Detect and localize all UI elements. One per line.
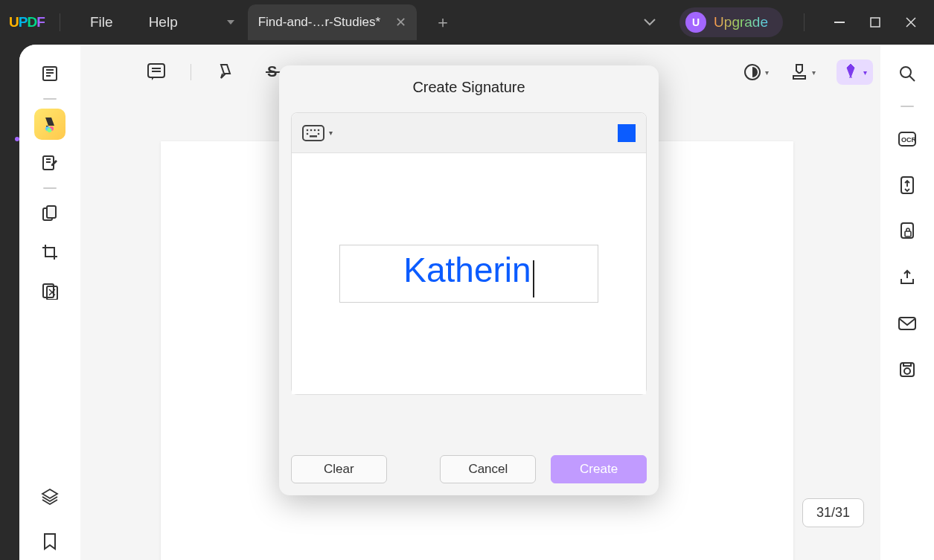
- chevron-down-icon: ▾: [329, 129, 333, 137]
- svg-point-5: [48, 128, 52, 132]
- text-cursor: [533, 260, 534, 297]
- sidebar-comment[interactable]: [34, 109, 65, 140]
- document-tab[interactable]: Find-and-…r-Studies* ✕: [248, 4, 417, 40]
- chevron-down-icon[interactable]: [635, 7, 665, 37]
- upgrade-label: Upgrade: [714, 14, 768, 30]
- app-logo: UPDF: [6, 14, 48, 30]
- protect-button[interactable]: [893, 217, 921, 245]
- maximize-button[interactable]: [858, 7, 892, 37]
- svg-rect-0: [834, 22, 845, 23]
- svg-point-27: [307, 129, 309, 131]
- svg-rect-33: [310, 135, 317, 138]
- separator: [191, 64, 191, 80]
- clear-button[interactable]: Clear: [291, 455, 387, 483]
- create-button[interactable]: Create: [551, 455, 647, 483]
- tool-shape-dropdown[interactable]: ▾: [743, 62, 769, 82]
- ocr-button[interactable]: OCR: [893, 125, 921, 153]
- svg-point-31: [307, 132, 309, 135]
- svg-point-28: [310, 129, 313, 131]
- svg-rect-22: [899, 318, 915, 329]
- tab-title: Find-and-…r-Studies*: [258, 15, 380, 30]
- sidebar-bookmark[interactable]: [34, 526, 65, 557]
- svg-rect-21: [905, 231, 911, 236]
- user-avatar: U: [685, 12, 706, 33]
- svg-point-32: [318, 132, 320, 135]
- save-button[interactable]: [893, 355, 921, 384]
- separator: [43, 98, 57, 100]
- svg-line-16: [909, 76, 915, 81]
- chevron-down-icon: ▾: [812, 68, 816, 77]
- svg-rect-8: [47, 206, 56, 218]
- cancel-button[interactable]: Cancel: [440, 455, 536, 483]
- svg-point-30: [318, 129, 320, 131]
- signature-text: Katherin: [403, 251, 531, 289]
- sidebar-crop[interactable]: [34, 236, 65, 268]
- sidebar-layers[interactable]: [34, 481, 65, 512]
- search-button[interactable]: [893, 59, 921, 88]
- signature-canvas[interactable]: Katherin: [292, 153, 646, 394]
- new-tab-button[interactable]: ＋: [429, 8, 457, 36]
- tool-signature[interactable]: ▾: [837, 59, 873, 85]
- svg-text:OCR: OCR: [901, 136, 917, 144]
- tool-highlight[interactable]: [212, 59, 239, 86]
- dialog-title: Create Signature: [291, 79, 647, 96]
- signature-input-mode[interactable]: ▾: [302, 125, 333, 141]
- svg-rect-26: [303, 126, 324, 141]
- svg-point-29: [314, 129, 316, 131]
- separator: [901, 106, 914, 107]
- page-indicator[interactable]: 31/31: [802, 498, 864, 527]
- signature-color-picker[interactable]: [618, 124, 636, 142]
- close-icon[interactable]: ✕: [395, 14, 406, 30]
- svg-rect-1: [871, 18, 880, 27]
- tool-stamp-dropdown[interactable]: ▾: [790, 62, 816, 82]
- svg-point-15: [901, 67, 911, 77]
- chevron-down-icon: ▾: [863, 68, 867, 77]
- divider: [60, 13, 60, 31]
- close-window-button[interactable]: [894, 7, 928, 37]
- menu-help[interactable]: Help: [131, 14, 196, 30]
- convert-button[interactable]: [893, 171, 921, 199]
- divider: [804, 13, 805, 31]
- tool-note[interactable]: [143, 59, 170, 86]
- chevron-down-icon: ▾: [765, 68, 769, 77]
- tab-list-dropdown[interactable]: [218, 10, 243, 35]
- upgrade-button[interactable]: U Upgrade: [679, 7, 783, 37]
- sidebar-redact[interactable]: [34, 275, 65, 306]
- sidebar-edit[interactable]: [34, 147, 65, 178]
- sidebar-reader[interactable]: [34, 58, 65, 89]
- svg-rect-25: [903, 363, 911, 366]
- separator: [43, 187, 57, 189]
- menu-file[interactable]: File: [72, 14, 131, 30]
- signature-text-input[interactable]: Katherin: [339, 245, 598, 303]
- create-signature-dialog: Create Signature ▾ Katherin Clear Cancel…: [279, 65, 659, 495]
- minimize-button[interactable]: [822, 7, 857, 37]
- svg-point-24: [904, 368, 910, 374]
- email-button[interactable]: [893, 309, 921, 338]
- sidebar-organize[interactable]: [34, 198, 65, 229]
- share-button[interactable]: [893, 263, 921, 292]
